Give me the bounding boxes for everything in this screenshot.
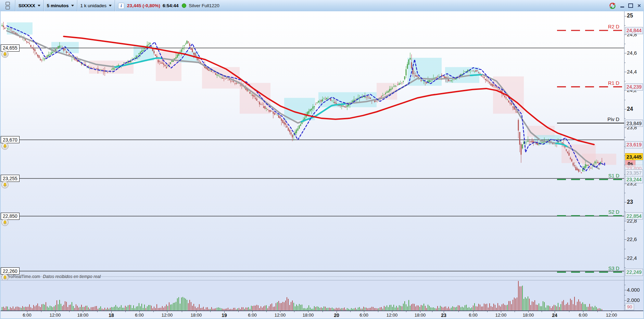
time-tick-minor (323, 311, 323, 312)
toolbar: SIXXXX 5 minutos 1 k unidades i 23,445 (… (0, 0, 644, 12)
instrument-name: Silver Full1220 (189, 3, 219, 8)
volume-last-box: 90 (625, 304, 634, 310)
price-tick (624, 221, 627, 221)
time-label: 12:00 (50, 313, 61, 318)
price-tick (624, 230, 626, 230)
time-tick (196, 311, 197, 313)
volume-pane[interactable] (0, 280, 624, 310)
sync-icon[interactable] (609, 2, 616, 10)
time-tick (83, 311, 83, 313)
price-tick-label: 25 (627, 13, 633, 19)
time-label: 18:00 (77, 313, 89, 318)
time-label: 18:00 (523, 313, 534, 318)
time-label: 18:00 (191, 313, 202, 318)
time-label: 6:00 (248, 313, 256, 318)
time-tick-minor (458, 311, 459, 312)
time-label: 6:00 (23, 313, 31, 318)
price-tick-label: 23 (627, 199, 633, 205)
alarm-bell-icon[interactable] (1, 51, 9, 58)
alarm-price-label: 22,850 (1, 213, 20, 220)
pivot-level-label: S1 D (608, 173, 619, 178)
time-tick (308, 311, 308, 313)
time-tick-minor (378, 311, 378, 312)
close-icon[interactable]: × (636, 3, 642, 9)
time-tick-minor (238, 311, 239, 312)
time-tick-minor (542, 311, 542, 312)
time-tick (528, 311, 529, 313)
time-tick-minor (487, 311, 488, 312)
price-tick (624, 128, 627, 128)
time-label: 18:00 (303, 313, 314, 318)
price-tick (624, 53, 627, 53)
symbol-dropdown[interactable]: SIXXXX (15, 0, 43, 11)
price-tick-label: 24,4 (627, 69, 637, 75)
alarm-bell-icon[interactable] (1, 219, 9, 226)
time-tick (280, 311, 280, 313)
time-label: 19 (222, 313, 227, 318)
alarm-bell-icon[interactable] (1, 143, 9, 150)
time-tick (364, 311, 364, 313)
price-axis[interactable]: 2524,824,624,424,22423,823,22322,822,622… (624, 11, 644, 280)
volume-chart-svg (0, 280, 624, 310)
volume-tick (624, 295, 626, 295)
time-axis[interactable]: 6:0012:0018:00186:0012:0018:00196:0012:0… (0, 310, 644, 319)
price-tick (624, 137, 626, 137)
price-level-box: 23,619 (625, 141, 643, 148)
price-tick (624, 184, 627, 184)
price-tick (624, 63, 626, 63)
time-tick-minor (125, 311, 126, 312)
time-label: 18 (109, 313, 114, 318)
price-tick (624, 249, 626, 249)
time-tick-minor (41, 311, 41, 312)
time-tick (167, 311, 167, 313)
chevron-down-icon (71, 5, 74, 6)
timeframe-dropdown[interactable]: 5 minutos (44, 0, 77, 11)
time-tick-minor (210, 311, 211, 312)
price-tick (624, 100, 626, 100)
time-tick (473, 311, 473, 313)
price-tick (624, 16, 627, 16)
time-tick-minor (515, 311, 515, 312)
chart-canvas[interactable]: © ProRealTime.comDatos recibidos en tiem… (0, 11, 624, 280)
price-tick (624, 118, 626, 119)
price-tick (624, 35, 627, 35)
status-dot (182, 3, 186, 8)
price-level-box: 22,854 (625, 212, 643, 220)
time-tick (252, 311, 253, 313)
time-tick-minor (294, 311, 294, 312)
trading-window: SIXXXX 5 minutos 1 k unidades i 23,445 (… (0, 0, 644, 319)
price-tick-label: 24 (627, 106, 633, 112)
pivot-level-label: Piv D (607, 117, 619, 122)
price-level-box: 24,844 (625, 27, 643, 34)
time-tick-minor (569, 311, 569, 312)
time-label: 12:00 (275, 313, 286, 318)
minimize-icon[interactable] (619, 3, 625, 9)
volume-tick-label: 2.000 (627, 297, 640, 303)
link-windows-icon[interactable] (0, 0, 15, 11)
time-label: 24 (552, 313, 557, 318)
price-level-box: 23,244 (625, 176, 643, 183)
units-dropdown[interactable]: 1 k unidades (77, 0, 115, 11)
time-tick (27, 311, 27, 313)
ma-teal-segment (470, 75, 481, 75)
time-tick (337, 311, 337, 313)
price-tick-label: 22,6 (627, 236, 637, 242)
price-tick (624, 212, 626, 212)
info-icon[interactable]: i (118, 3, 124, 9)
time-tick (583, 311, 583, 313)
alarm-bell-icon[interactable] (1, 181, 9, 188)
maximize-icon[interactable] (628, 3, 633, 9)
chevron-down-icon (109, 5, 112, 6)
time-tick-minor (153, 311, 154, 312)
market-clock: 6:54:44 (163, 3, 179, 8)
time-label: 23 (441, 313, 446, 318)
units-label: 1 k unidades (80, 3, 107, 8)
price-level-box: 23,849 (625, 120, 643, 127)
time-label: 20 (334, 313, 339, 318)
alarm-price-label: 23,255 (1, 175, 20, 182)
time-tick-minor (432, 311, 432, 312)
time-label: 6:00 (135, 313, 143, 318)
volume-axis[interactable]: 4.0002.00090 (624, 280, 644, 310)
price-tick (624, 193, 626, 193)
volume-tick (624, 300, 627, 301)
